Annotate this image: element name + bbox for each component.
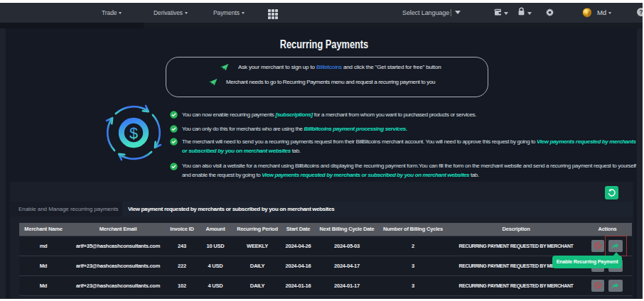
svg-text:$: $: [129, 124, 138, 142]
